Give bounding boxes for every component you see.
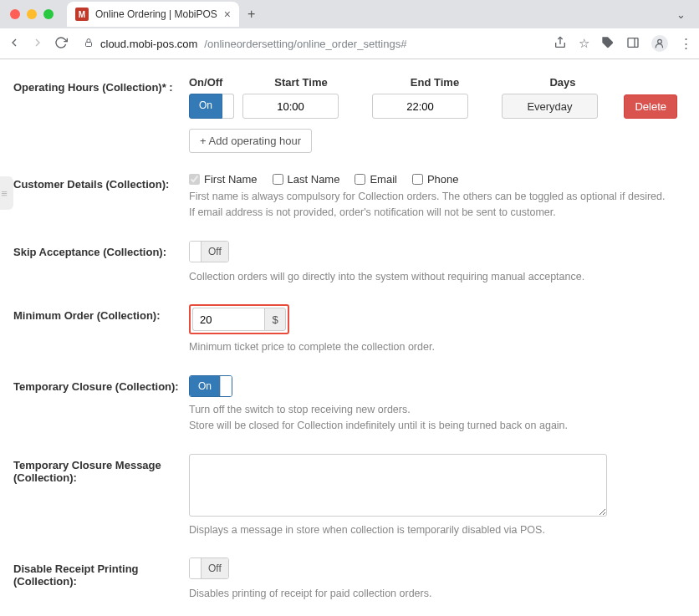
row-disable-receipt: Disable Receipt Printing (Collection): O… — [13, 557, 686, 602]
svg-point-4 — [658, 39, 662, 43]
minimum-order-group: $ — [189, 304, 289, 334]
cb-first-name-label: First Name — [204, 173, 258, 186]
label-temp-msg: Temporary Closure Message (Collection): — [13, 454, 189, 484]
label-temp-closure: Temporary Closure (Collection): — [13, 375, 189, 393]
add-operating-hour-button[interactable]: + Add operating hour — [189, 129, 312, 153]
svg-rect-0 — [86, 42, 92, 46]
cb-email-label: Email — [370, 173, 397, 186]
row-temp-closure: Temporary Closure (Collection): On Turn … — [13, 375, 686, 434]
head-start-time: Start Time — [234, 76, 368, 89]
window-controls — [7, 9, 60, 19]
toolbar-icons: ☆ ⋮ — [554, 35, 692, 52]
lock-icon — [84, 38, 94, 50]
close-tab-icon[interactable]: × — [224, 8, 231, 21]
reload-button[interactable] — [54, 36, 69, 52]
help-temp-closure-2: Store will be closed for Collection inde… — [189, 418, 686, 434]
label-operating-hours: Operating Hours (Collection)* : — [13, 76, 189, 94]
maximize-window-button[interactable] — [43, 9, 54, 19]
extensions-icon[interactable] — [601, 36, 615, 52]
skip-acceptance-toggle[interactable]: Off — [189, 241, 229, 262]
head-onoff: On/Off — [189, 76, 234, 89]
star-icon[interactable]: ☆ — [579, 36, 589, 51]
url-field[interactable]: cloud.mobi-pos.com/onlineordersetting/on… — [77, 38, 545, 50]
currency-addon: $ — [264, 308, 286, 331]
row-customer-details: Customer Details (Collection): First Nam… — [13, 173, 686, 221]
tab-title: Online Ordering | MobiPOS — [95, 8, 217, 20]
side-panel-icon[interactable] — [626, 36, 640, 52]
row-skip-acceptance: Skip Acceptance (Collection): Off Collec… — [13, 241, 686, 285]
temp-closure-toggle[interactable]: On — [189, 375, 232, 397]
help-temp-closure-1: Turn off the switch to stop receiving ne… — [189, 402, 686, 418]
svg-rect-2 — [628, 38, 638, 47]
drawer-handle[interactable]: ≡ — [0, 176, 13, 210]
head-days: Days — [508, 76, 617, 89]
menu-icon[interactable]: ⋮ — [680, 36, 692, 51]
cb-email[interactable]: Email — [355, 173, 397, 186]
toggle-on-label: On — [190, 376, 220, 396]
back-button[interactable] — [7, 36, 22, 52]
forward-button[interactable] — [30, 36, 45, 52]
head-end-time: End Time — [368, 76, 502, 89]
label-customer-details: Customer Details (Collection): — [13, 173, 189, 191]
url-path: /onlineordersetting/online_order_setting… — [204, 38, 406, 50]
tabs-dropdown-icon[interactable]: ⌄ — [670, 8, 692, 21]
url-host: cloud.mobi-pos.com — [100, 38, 197, 50]
cb-first-name: First Name — [189, 173, 258, 186]
end-time-input[interactable] — [372, 94, 468, 119]
share-icon[interactable] — [554, 36, 567, 52]
temp-closure-message-textarea[interactable] — [189, 454, 607, 517]
profile-avatar[interactable] — [651, 35, 668, 52]
help-skip-acceptance: Collection orders will go directly into … — [189, 269, 686, 285]
row-minimum-order: Minimum Order (Collection): $ Minimum ti… — [13, 304, 686, 355]
minimum-order-input[interactable] — [192, 308, 264, 331]
browser-chrome: M Online Ordering | MobiPOS × + ⌄ cloud.… — [0, 0, 699, 59]
help-minimum-order: Minimum ticket price to complete the col… — [189, 339, 686, 355]
page-content: ≡ Operating Hours (Collection)* : On/Off… — [0, 59, 699, 616]
checkbox-email[interactable] — [355, 174, 365, 185]
help-customer-details-1: First name is always compulsory for Coll… — [189, 189, 686, 205]
label-disable-receipt: Disable Receipt Printing (Collection): — [13, 557, 189, 588]
help-customer-details-2: If email address is not provided, order'… — [189, 205, 686, 221]
operating-hours-toggle[interactable]: On — [189, 94, 222, 119]
help-temp-msg: Displays a message in store when collect… — [189, 522, 686, 538]
operating-hours-toggle-ext[interactable] — [222, 94, 234, 119]
row-operating-hours: Operating Hours (Collection)* : On/Off S… — [13, 76, 686, 153]
help-disable-receipt: Disables printing of receipt for paid co… — [189, 586, 686, 602]
label-minimum-order: Minimum Order (Collection): — [13, 304, 189, 322]
cb-phone[interactable]: Phone — [412, 173, 459, 186]
disable-receipt-toggle[interactable]: Off — [189, 557, 229, 579]
tab-bar: M Online Ordering | MobiPOS × + ⌄ — [0, 0, 699, 28]
new-tab-button[interactable]: + — [239, 7, 263, 22]
cb-last-name-label: Last Name — [288, 173, 340, 186]
checkbox-last-name[interactable] — [273, 174, 283, 185]
days-select[interactable]: Everyday — [502, 94, 598, 119]
row-temp-msg: Temporary Closure Message (Collection): … — [13, 454, 686, 538]
minimize-window-button[interactable] — [27, 9, 37, 19]
toggle-off-label: Off — [202, 242, 228, 262]
toggle-off-label: Off — [202, 558, 228, 578]
close-window-button[interactable] — [10, 9, 20, 19]
checkbox-phone[interactable] — [412, 174, 423, 185]
address-bar: cloud.mobi-pos.com/onlineordersetting/on… — [0, 28, 699, 59]
browser-tab[interactable]: M Online Ordering | MobiPOS × — [67, 2, 239, 27]
label-skip-acceptance: Skip Acceptance (Collection): — [13, 241, 189, 258]
checkbox-first-name — [189, 174, 200, 185]
favicon-icon: M — [75, 8, 89, 21]
delete-button[interactable]: Delete — [624, 94, 677, 119]
cb-phone-label: Phone — [427, 173, 459, 186]
start-time-input[interactable] — [242, 94, 339, 119]
cb-last-name[interactable]: Last Name — [273, 173, 340, 186]
